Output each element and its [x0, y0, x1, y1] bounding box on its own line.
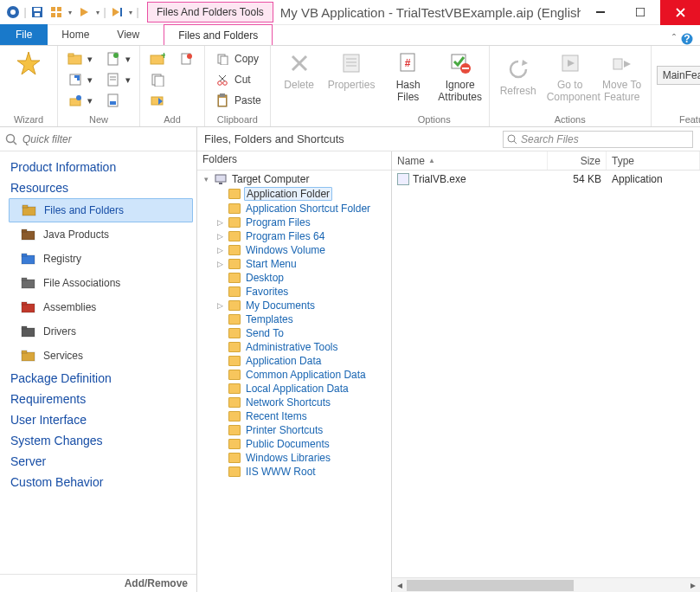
sidebar-category-product_information[interactable]: Product Information: [9, 157, 193, 177]
tree-node[interactable]: Application Folder: [199, 186, 389, 202]
column-size[interactable]: Size: [548, 151, 607, 170]
add-temp-button[interactable]: [175, 49, 199, 68]
minimize-button[interactable]: [581, 0, 620, 25]
scroll-right-icon[interactable]: ▸: [685, 579, 700, 591]
tree-node[interactable]: Printer Shortcuts: [199, 423, 389, 437]
horizontal-scrollbar[interactable]: ◂ ▸: [392, 577, 700, 592]
expander-icon[interactable]: ▷: [215, 260, 225, 268]
tree-node[interactable]: ▷Program Files: [199, 216, 389, 229]
sidebar-category-requirements[interactable]: Requirements: [9, 389, 193, 409]
tree-node-label: Start Menu: [244, 258, 299, 270]
add-remove-button[interactable]: Add/Remove: [0, 574, 196, 592]
sidebar-category-package_definition[interactable]: Package Definition: [9, 368, 193, 389]
column-name[interactable]: Name▲: [392, 151, 548, 170]
wizard-button[interactable]: [5, 49, 52, 79]
ignore-attributes-button[interactable]: Ignore Attributes: [437, 49, 484, 103]
properties-button[interactable]: Properties: [328, 49, 375, 91]
sidebar-category-system_changes[interactable]: System Changes: [9, 430, 193, 451]
java_products-icon: [21, 227, 36, 242]
add-folder-button[interactable]: +: [145, 49, 170, 68]
expander-icon[interactable]: ▷: [215, 301, 225, 310]
cut-button[interactable]: Cut: [210, 70, 265, 89]
tree-node[interactable]: ▷Start Menu: [199, 257, 389, 271]
sidebar-item-drivers[interactable]: Drivers: [9, 319, 193, 344]
add-files-button[interactable]: [145, 70, 170, 89]
tree-node[interactable]: Local Application Data: [199, 382, 389, 396]
tree-node[interactable]: Administrative Tools: [199, 340, 389, 354]
scroll-thumb[interactable]: [407, 580, 574, 591]
column-type[interactable]: Type: [607, 151, 700, 170]
tree-node[interactable]: Templates: [199, 312, 389, 326]
new-folder-button[interactable]: ▾: [63, 49, 96, 68]
svg-point-65: [7, 134, 15, 142]
help-icon[interactable]: ?: [681, 33, 693, 45]
new-file-button[interactable]: ▾: [101, 49, 134, 68]
new-shortcut-button[interactable]: ▾: [63, 70, 96, 89]
ribbon-collapse-icon[interactable]: ˆ: [672, 33, 676, 45]
tree-node[interactable]: Public Documents: [199, 437, 389, 451]
tree-node[interactable]: Common Application Data: [199, 368, 389, 382]
paste-button[interactable]: Paste: [210, 91, 265, 110]
tree-node[interactable]: Network Shortcuts: [199, 396, 389, 409]
tree-node[interactable]: ▷My Documents: [199, 299, 389, 312]
sidebar-item-files_folders[interactable]: Files and Folders: [9, 198, 193, 222]
quick-filter-input[interactable]: [22, 133, 191, 145]
qat-dropdown-icon[interactable]: ▾: [66, 2, 74, 23]
tree-node[interactable]: Desktop: [199, 271, 389, 285]
home-tab[interactable]: Home: [48, 24, 103, 45]
new-script-button[interactable]: ▾: [101, 70, 134, 89]
files-and-folders-tab[interactable]: Files and Folders: [164, 24, 273, 45]
tree-root[interactable]: ▾Target Computer: [199, 172, 389, 186]
new-item-button[interactable]: ▾: [63, 91, 96, 110]
maximize-button[interactable]: [620, 0, 660, 25]
expander-icon[interactable]: ▷: [215, 218, 225, 227]
sidebar-item-registry[interactable]: Registry: [9, 247, 193, 271]
add-empty2-button[interactable]: [175, 70, 199, 89]
save-icon[interactable]: [28, 2, 47, 23]
run-under-icon[interactable]: [107, 2, 126, 23]
sidebar-category-resources[interactable]: Resources: [9, 177, 193, 198]
tree-node[interactable]: Application Shortcut Folder: [199, 202, 389, 216]
tree-node[interactable]: Favorites: [199, 285, 389, 299]
expander-icon[interactable]: ▷: [215, 232, 225, 241]
file-row[interactable]: TrialVB.exe54 KBApplication: [392, 171, 700, 188]
refresh-button[interactable]: Refresh: [495, 55, 542, 97]
scroll-left-icon[interactable]: ◂: [392, 579, 407, 591]
file-tab[interactable]: File: [0, 24, 48, 45]
expander-icon[interactable]: ▷: [215, 246, 225, 254]
qat-separator: |: [135, 6, 140, 18]
tree-node[interactable]: ▷Windows Volume: [199, 243, 389, 257]
new-ini-button[interactable]: [101, 91, 134, 110]
sidebar-category-custom_behavior[interactable]: Custom Behavior: [9, 472, 193, 492]
close-button[interactable]: [660, 0, 700, 25]
ribbon-tabstrip: File Home View Files and Folders ˆ ?: [0, 25, 700, 46]
tree-node[interactable]: ▷Program Files 64: [199, 229, 389, 243]
sidebar-category-server[interactable]: Server: [9, 451, 193, 472]
file-type: Application: [607, 173, 700, 185]
grid-icon[interactable]: [47, 2, 66, 23]
goto-component-button[interactable]: Go to Component: [547, 49, 594, 103]
sidebar-item-services[interactable]: Services: [9, 344, 193, 368]
run-icon[interactable]: [74, 2, 93, 23]
tree-node[interactable]: IIS WWW Root: [199, 465, 389, 479]
hash-files-button[interactable]: #Hash Files: [385, 49, 432, 103]
feature-combo[interactable]: MainFeature▾: [657, 66, 700, 85]
app-icon[interactable]: [3, 2, 22, 23]
tree-node[interactable]: Send To: [199, 326, 389, 340]
sidebar-item-java_products[interactable]: Java Products: [9, 222, 193, 247]
tree-node[interactable]: Application Data: [199, 354, 389, 368]
tree-node[interactable]: Recent Items: [199, 409, 389, 423]
search-files-input[interactable]: Search Files: [503, 131, 693, 148]
sidebar-category-user_interface[interactable]: User Interface: [9, 409, 193, 430]
sidebar-item-assemblies[interactable]: Assemblies: [9, 295, 193, 319]
view-tab[interactable]: View: [103, 24, 153, 45]
delete-button[interactable]: Delete: [276, 49, 323, 91]
add-import-button[interactable]: [145, 91, 170, 110]
add-empty3-button[interactable]: [175, 91, 199, 110]
qat-dropdown-icon[interactable]: ▾: [126, 2, 135, 23]
qat-dropdown-icon[interactable]: ▾: [93, 2, 102, 23]
tree-node[interactable]: Windows Libraries: [199, 451, 389, 465]
sidebar-item-file_associations[interactable]: File Associations: [9, 271, 193, 295]
move-to-feature-button[interactable]: Move To Feature: [599, 49, 645, 103]
copy-button[interactable]: Copy: [210, 49, 265, 68]
